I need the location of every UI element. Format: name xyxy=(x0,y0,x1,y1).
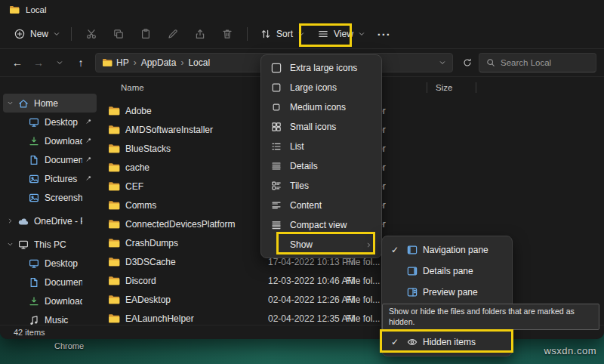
view-menu-item-large-icons[interactable]: Large icons xyxy=(264,78,378,97)
folder-icon xyxy=(108,143,120,155)
sidebar-item-label: Downloads xyxy=(45,136,82,147)
checkmark-icon: ✓ xyxy=(391,245,402,255)
breadcrumb-local[interactable]: Local xyxy=(186,57,212,68)
column-divider[interactable] xyxy=(427,82,427,93)
column-header-size[interactable]: Size xyxy=(436,83,452,92)
view-menu-item-small-icons[interactable]: Small icons xyxy=(264,117,378,137)
sidebar-item-onedrive-perso[interactable]: OneDrive - Perso... xyxy=(3,211,97,230)
sidebar-item-home[interactable]: Home xyxy=(3,94,97,113)
titlebar: Local xyxy=(0,0,604,20)
file-type: File fol... xyxy=(346,276,380,286)
delete-icon xyxy=(221,28,233,40)
menu-item-label: Navigation pane xyxy=(423,245,488,255)
file-date-modified: 12-03-2022 10:46 AM xyxy=(268,276,355,286)
sidebar-item-label: Desktop xyxy=(45,258,82,269)
address-dropdown-chevron-icon[interactable] xyxy=(439,59,446,66)
column-divider[interactable] xyxy=(476,82,476,93)
menu-item-icon xyxy=(270,160,282,172)
search-placeholder: Search Local xyxy=(501,58,551,67)
copy-button[interactable] xyxy=(105,23,132,45)
document-icon xyxy=(28,276,40,288)
copy-icon xyxy=(112,28,125,40)
sidebar-item-label: Documents xyxy=(45,155,82,165)
file-name: ConnectedDevicesPlatform xyxy=(125,219,235,230)
menu-item-icon xyxy=(270,239,282,251)
file-row-discord[interactable]: Discord 12-03-2022 10:46 AM File fol... xyxy=(100,271,604,290)
cut-button[interactable] xyxy=(78,23,105,45)
view-menu-item-list[interactable]: List xyxy=(264,137,378,156)
file-name: EADesktop xyxy=(125,295,171,305)
show-submenu-item-navigation-pane[interactable]: ✓ Navigation pane xyxy=(385,239,509,261)
more-options-icon: ··· xyxy=(378,28,391,41)
sidebar-item-music[interactable]: Music xyxy=(3,310,97,325)
sidebar-item-pictures[interactable]: Pictures xyxy=(3,169,97,188)
pin-icon xyxy=(82,118,93,126)
view-menu-item-details[interactable]: Details xyxy=(264,156,378,176)
expand-chevron-icon[interactable] xyxy=(7,217,17,224)
view-menu-item-tiles[interactable]: Tiles xyxy=(264,176,378,196)
view-button-label: View xyxy=(334,29,353,39)
view-menu-item-medium-icons[interactable]: Medium icons xyxy=(264,97,378,117)
view-menu-item-show[interactable]: Show xyxy=(264,235,378,254)
file-name: EALaunchHelper xyxy=(125,313,194,324)
expand-chevron-icon[interactable] xyxy=(7,100,17,106)
show-submenu-item-preview-pane[interactable]: Preview pane xyxy=(385,282,509,303)
menu-item-label: Hidden items xyxy=(423,337,476,347)
sidebar-item-desktop[interactable]: Desktop xyxy=(3,254,97,273)
breadcrumb-hp[interactable]: HP xyxy=(114,57,131,68)
sidebar-item-downloads[interactable]: Downloads xyxy=(3,131,97,150)
folder-icon xyxy=(108,237,120,249)
menu-item-label: Extra large icons xyxy=(290,63,357,73)
view-menu-item-compact-view[interactable]: Compact view xyxy=(264,215,378,235)
folder-icon xyxy=(108,162,120,174)
breadcrumb-separator: › xyxy=(131,57,139,68)
sidebar-item-documents[interactable]: Documents xyxy=(3,150,97,169)
menu-item-icon xyxy=(270,82,282,94)
folder-icon xyxy=(108,105,120,117)
column-header-name[interactable]: Name xyxy=(121,83,144,92)
recent-locations-button[interactable] xyxy=(50,53,69,72)
up-button[interactable]: ↑ xyxy=(71,53,91,72)
file-name: D3DSCache xyxy=(125,257,176,267)
desktop: Local New xyxy=(0,0,604,364)
view-icon xyxy=(317,28,329,40)
sidebar-item-documents[interactable]: Documents xyxy=(3,273,97,292)
menu-item-label: Content xyxy=(290,200,322,211)
file-name: AMDSoftwareInstaller xyxy=(125,125,213,135)
download-icon xyxy=(28,295,40,307)
file-name: CEF xyxy=(125,181,143,192)
forward-button[interactable]: → xyxy=(29,53,48,72)
cloud-icon xyxy=(17,215,29,227)
show-submenu-item-details-pane[interactable]: Details pane xyxy=(385,261,509,282)
rename-button[interactable] xyxy=(159,23,186,45)
new-button[interactable]: New xyxy=(8,23,65,45)
window-title: Local xyxy=(26,5,47,14)
view-menu-item-extra-large-icons[interactable]: Extra large icons xyxy=(264,58,378,78)
desktop-icon-label-chrome[interactable]: Chrome xyxy=(54,341,84,350)
expand-chevron-icon[interactable] xyxy=(7,241,17,248)
sort-button[interactable]: Sort xyxy=(254,23,311,45)
paste-button[interactable] xyxy=(132,23,159,45)
refresh-button[interactable] xyxy=(458,53,477,72)
home-icon xyxy=(17,97,29,110)
view-menu-item-content[interactable]: Content xyxy=(264,196,378,215)
view-button[interactable]: View xyxy=(311,23,371,45)
watermark: wsxdn.com xyxy=(544,345,596,356)
search-input[interactable]: Search Local xyxy=(479,53,596,72)
delete-button[interactable] xyxy=(214,23,241,45)
sidebar-item-desktop[interactable]: Desktop xyxy=(3,113,97,131)
item-count: 42 items xyxy=(14,328,45,337)
back-button[interactable]: ← xyxy=(8,53,27,72)
show-submenu-item-hidden-items[interactable]: ✓ Hidden items xyxy=(385,332,509,353)
sidebar-item-label: Documents xyxy=(45,277,82,288)
share-button[interactable] xyxy=(186,23,214,45)
breadcrumb-appdata[interactable]: AppData xyxy=(139,57,179,68)
sidebar-item-screenshots[interactable]: Screenshots xyxy=(3,188,97,207)
menu-item-label: Medium icons xyxy=(290,102,346,113)
more-options-button[interactable]: ··· xyxy=(371,23,397,45)
sidebar-item-this-pc[interactable]: This PC xyxy=(3,235,97,254)
document-icon xyxy=(28,154,40,166)
sidebar-item-downloads[interactable]: Downloads xyxy=(3,292,97,310)
folder-icon xyxy=(108,275,120,287)
sidebar-item-label: Pictures xyxy=(45,174,82,184)
